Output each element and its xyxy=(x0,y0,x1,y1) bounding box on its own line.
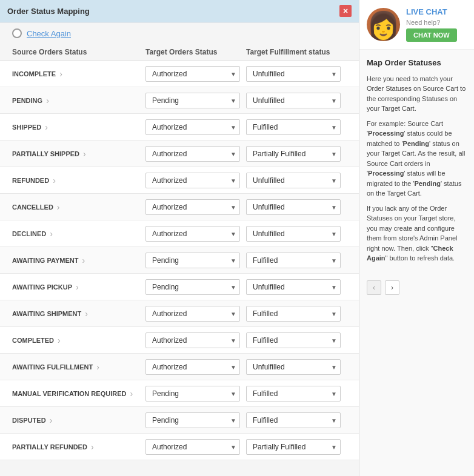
fulfillment-status-select[interactable]: UnfulfilledFulfilledPartially Fulfilled xyxy=(246,439,341,455)
right-panel: 👩 LIVE CHAT Need help? CHAT NOW Map Orde… xyxy=(359,0,474,476)
help-paragraph-3: If you lack any of the Order Statuses on… xyxy=(367,203,467,263)
source-status-label: AWAITING PAYMENT xyxy=(12,257,78,264)
source-status-label: AWAITING SHIPMENT xyxy=(12,310,81,317)
source-status-label: MANUAL VERIFICATION REQUIRED xyxy=(12,390,126,397)
source-status-label: DECLINED xyxy=(12,230,46,237)
fulfillment-status-select[interactable]: UnfulfilledFulfilledPartially Fulfilled xyxy=(246,226,341,242)
source-status-cell: AWAITING SHIPMENT› xyxy=(12,309,145,319)
fulfillment-status-select[interactable]: UnfulfilledFulfilledPartially Fulfilled xyxy=(246,412,341,428)
chevron-right-icon: › xyxy=(50,229,53,239)
fulfillment-select-wrapper: UnfulfilledFulfilledPartially Fulfilled▼ xyxy=(246,253,341,268)
chat-now-button[interactable]: CHAT NOW xyxy=(406,28,457,42)
prev-arrow[interactable]: ‹ xyxy=(367,280,381,295)
check-again-link[interactable]: Check Again xyxy=(27,29,71,38)
help-paragraph-1: Here you need to match your Order Status… xyxy=(367,74,467,114)
target-select-wrapper: AuthorizedPendingCancelledRefunded▼ xyxy=(145,93,240,108)
table-row: AWAITING FULFILLMENT›AuthorizedPendingCa… xyxy=(0,354,359,380)
target-status-select[interactable]: AuthorizedPendingCancelledRefunded xyxy=(145,332,240,348)
source-status-label: AWAITING FULFILLMENT xyxy=(12,363,93,371)
fulfillment-select-wrapper: UnfulfilledFulfilledPartially Fulfilled▼ xyxy=(246,173,341,188)
source-status-label: CANCELLED xyxy=(12,203,53,211)
source-status-cell: MANUAL VERIFICATION REQUIRED› xyxy=(12,389,145,398)
source-status-cell: PENDING› xyxy=(12,96,145,105)
target-status-select[interactable]: AuthorizedPendingCancelledRefunded xyxy=(145,439,240,455)
help-content: Map Order Statuses Here you need to matc… xyxy=(359,50,474,276)
source-status-cell: REFUNDED› xyxy=(12,176,145,185)
fulfillment-status-select[interactable]: UnfulfilledFulfilledPartially Fulfilled xyxy=(246,93,341,108)
source-status-cell: CANCELLED› xyxy=(12,202,145,212)
fulfillment-status-select[interactable]: UnfulfilledFulfilledPartially Fulfilled xyxy=(246,386,341,402)
chevron-right-icon: › xyxy=(45,122,48,132)
table-row: COMPLETED›AuthorizedPendingCancelledRefu… xyxy=(0,327,359,354)
fulfillment-select-wrapper: UnfulfilledFulfilledPartially Fulfilled▼ xyxy=(246,439,341,455)
target-status-select[interactable]: AuthorizedPendingCancelledRefunded xyxy=(145,199,240,215)
target-status-select[interactable]: AuthorizedPendingCancelledRefunded xyxy=(145,253,240,268)
source-status-label: PARTIALLY REFUNDED xyxy=(12,443,87,451)
chevron-right-icon: › xyxy=(85,309,88,319)
table-row: DISPUTED›AuthorizedPendingCancelledRefun… xyxy=(0,407,359,434)
target-status-select[interactable]: AuthorizedPendingCancelledRefunded xyxy=(145,146,240,162)
target-select-wrapper: AuthorizedPendingCancelledRefunded▼ xyxy=(145,439,240,455)
fulfillment-select-wrapper: UnfulfilledFulfilledPartially Fulfilled▼ xyxy=(246,412,341,428)
target-status-select[interactable]: AuthorizedPendingCancelledRefunded xyxy=(145,306,240,322)
fulfillment-status-select[interactable]: UnfulfilledFulfilledPartially Fulfilled xyxy=(246,119,341,135)
source-status-label: PENDING xyxy=(12,97,42,104)
fulfillment-status-select[interactable]: UnfulfilledFulfilledPartially Fulfilled xyxy=(246,253,341,268)
target-select-wrapper: AuthorizedPendingCancelledRefunded▼ xyxy=(145,146,240,162)
chevron-right-icon: › xyxy=(53,176,56,185)
target-status-select[interactable]: AuthorizedPendingCancelledRefunded xyxy=(145,226,240,242)
table-row: INCOMPLETE›AuthorizedPendingCancelledRef… xyxy=(0,61,359,87)
need-help-label: Need help? xyxy=(406,19,457,26)
avatar: 👩 xyxy=(367,8,400,41)
source-status-label: INCOMPLETE xyxy=(12,70,56,78)
target-select-wrapper: AuthorizedPendingCancelledRefunded▼ xyxy=(145,66,240,82)
chevron-right-icon: › xyxy=(83,149,86,159)
dialog-header: Order Status Mapping × xyxy=(0,0,359,22)
source-status-cell: COMPLETED› xyxy=(12,336,145,345)
target-status-select[interactable]: AuthorizedPendingCancelledRefunded xyxy=(145,386,240,402)
fulfillment-status-select[interactable]: UnfulfilledFulfilledPartially Fulfilled xyxy=(246,306,341,322)
live-chat-label: LIVE CHAT xyxy=(406,7,457,16)
table-row: CANCELLED›AuthorizedPendingCancelledRefu… xyxy=(0,194,359,220)
fulfillment-status-select[interactable]: UnfulfilledFulfilledPartially Fulfilled xyxy=(246,66,341,82)
chevron-right-icon: › xyxy=(76,282,79,292)
fulfillment-select-wrapper: UnfulfilledFulfilledPartially Fulfilled▼ xyxy=(246,93,341,108)
close-button[interactable]: × xyxy=(339,5,352,17)
chevron-right-icon: › xyxy=(58,336,61,345)
fulfillment-status-select[interactable]: UnfulfilledFulfilledPartially Fulfilled xyxy=(246,359,341,375)
source-status-label: PARTIALLY SHIPPED xyxy=(12,150,79,157)
source-status-label: COMPLETED xyxy=(12,337,54,344)
source-status-label: REFUNDED xyxy=(12,177,49,184)
fulfillment-status-select[interactable]: UnfulfilledFulfilledPartially Fulfilled xyxy=(246,199,341,215)
target-status-select[interactable]: AuthorizedPendingCancelledRefunded xyxy=(145,173,240,188)
next-arrow[interactable]: › xyxy=(385,280,399,295)
target-select-wrapper: AuthorizedPendingCancelledRefunded▼ xyxy=(145,386,240,402)
target-status-select[interactable]: AuthorizedPendingCancelledRefunded xyxy=(145,359,240,375)
target-status-select[interactable]: AuthorizedPendingCancelledRefunded xyxy=(145,119,240,135)
target-select-wrapper: AuthorizedPendingCancelledRefunded▼ xyxy=(145,226,240,242)
target-select-wrapper: AuthorizedPendingCancelledRefunded▼ xyxy=(145,412,240,428)
target-status-select[interactable]: AuthorizedPendingCancelledRefunded xyxy=(145,66,240,82)
target-select-wrapper: AuthorizedPendingCancelledRefunded▼ xyxy=(145,119,240,135)
source-status-cell: PARTIALLY REFUNDED› xyxy=(12,442,145,452)
chevron-right-icon: › xyxy=(96,362,99,372)
chevron-right-icon: › xyxy=(57,202,60,212)
target-select-wrapper: AuthorizedPendingCancelledRefunded▼ xyxy=(145,253,240,268)
col-source: Source Orders Status xyxy=(12,48,145,56)
target-status-select[interactable]: AuthorizedPendingCancelledRefunded xyxy=(145,93,240,108)
check-again-row: Check Again xyxy=(0,22,359,44)
target-select-wrapper: AuthorizedPendingCancelledRefunded▼ xyxy=(145,199,240,215)
fulfillment-status-select[interactable]: UnfulfilledFulfilledPartially Fulfilled xyxy=(246,173,341,188)
fulfillment-status-select[interactable]: UnfulfilledFulfilledPartially Fulfilled xyxy=(246,279,341,295)
fulfillment-status-select[interactable]: UnfulfilledFulfilledPartially Fulfilled xyxy=(246,146,341,162)
chevron-right-icon: › xyxy=(59,69,62,79)
target-status-select[interactable]: AuthorizedPendingCancelledRefunded xyxy=(145,279,240,295)
source-status-label: SHIPPED xyxy=(12,124,41,131)
col-fulfillment: Target Fulfillment status xyxy=(246,48,347,56)
chat-header: 👩 LIVE CHAT Need help? CHAT NOW xyxy=(359,0,474,50)
fulfillment-select-wrapper: UnfulfilledFulfilledPartially Fulfilled▼ xyxy=(246,199,341,215)
target-status-select[interactable]: AuthorizedPendingCancelledRefunded xyxy=(145,412,240,428)
source-status-label: AWAITING PICKUP xyxy=(12,283,72,291)
fulfillment-status-select[interactable]: UnfulfilledFulfilledPartially Fulfilled xyxy=(246,332,341,348)
table-row: AWAITING SHIPMENT›AuthorizedPendingCance… xyxy=(0,300,359,327)
